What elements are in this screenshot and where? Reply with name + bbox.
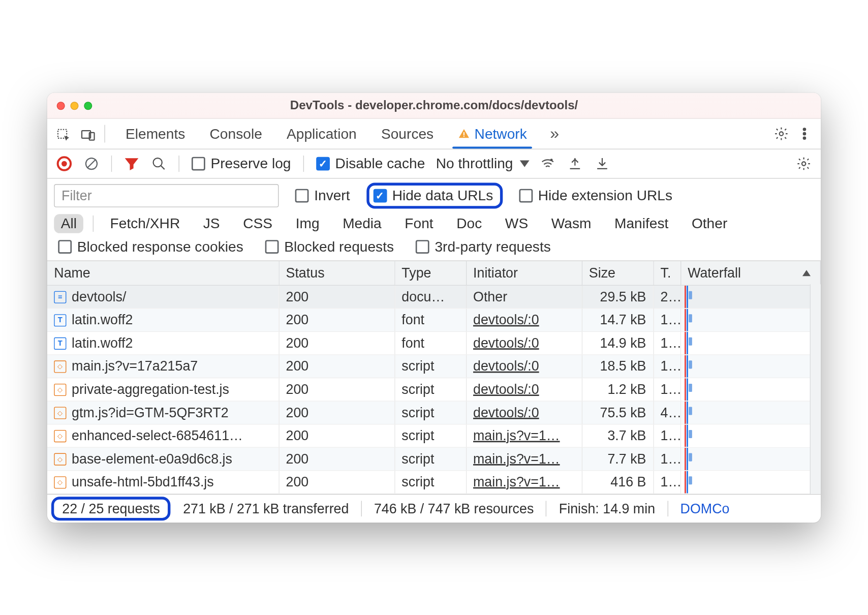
js-file-icon — [54, 406, 66, 418]
waterfall-cell — [680, 308, 820, 331]
tab-console[interactable]: Console — [197, 121, 274, 149]
tab-network[interactable]: Network — [446, 121, 539, 149]
throttling-label: No throttling — [436, 156, 513, 172]
table-row[interactable]: latin.woff2200fontdevtools/:014.9 kB1.. — [47, 331, 821, 355]
column-header-t[interactable]: T. — [653, 261, 680, 285]
waterfall-cell — [680, 354, 820, 378]
import-har-icon[interactable] — [591, 152, 614, 175]
invert-checkbox[interactable]: Invert — [291, 187, 354, 203]
network-conditions-icon[interactable] — [536, 152, 560, 175]
third-party-requests-checkbox[interactable]: 3rd-party requests — [412, 238, 555, 255]
initiator-link[interactable]: devtools/:0 — [473, 312, 539, 327]
type-chip-img[interactable]: Img — [289, 214, 326, 233]
preserve-log-checkbox[interactable]: Preserve log — [188, 156, 295, 172]
scrollbar[interactable] — [810, 284, 821, 494]
svg-point-5 — [780, 132, 783, 135]
extra-filter-row: Blocked response cookies Blocked request… — [47, 238, 821, 261]
table-row[interactable]: enhanced-select-6854611…200scriptmain.js… — [47, 424, 821, 447]
column-header-size[interactable]: Size — [582, 261, 654, 285]
disable-cache-checkbox[interactable]: Disable cache — [312, 156, 429, 172]
filter-toggle-icon[interactable] — [120, 152, 143, 175]
blocked-requests-checkbox[interactable]: Blocked requests — [261, 238, 398, 255]
record-button[interactable] — [53, 152, 76, 175]
requests-count: 22 / 25 requests — [62, 501, 160, 515]
js-file-icon — [54, 452, 66, 465]
js-file-icon — [54, 429, 66, 442]
clear-button[interactable] — [80, 152, 103, 175]
tab-sources[interactable]: Sources — [369, 121, 446, 149]
type-chip-media[interactable]: Media — [336, 214, 388, 233]
network-toolbar: Preserve log Disable cache No throttling — [47, 149, 821, 178]
initiator-link[interactable]: devtools/:0 — [473, 358, 539, 373]
table-row[interactable]: base-element-e0a9d6c8.js200scriptmain.js… — [47, 447, 821, 471]
type-chip-all[interactable]: All — [54, 214, 83, 233]
blocked-response-cookies-checkbox[interactable]: Blocked response cookies — [54, 238, 247, 255]
warning-icon — [458, 128, 470, 140]
domcontentloaded-link[interactable]: DOMCo — [668, 501, 741, 516]
tab-elements[interactable]: Elements — [113, 121, 198, 149]
column-header-type[interactable]: Type — [394, 261, 466, 285]
export-har-icon[interactable] — [564, 152, 587, 175]
hide-extension-urls-label: Hide extension URLs — [538, 187, 672, 203]
throttling-select[interactable]: No throttling — [433, 156, 532, 172]
svg-point-11 — [153, 158, 162, 167]
device-toolbar-icon[interactable] — [77, 124, 99, 146]
waterfall-cell — [680, 424, 820, 447]
initiator-link[interactable]: main.js?v=1… — [473, 451, 560, 466]
waterfall-cell — [680, 447, 820, 471]
svg-rect-3 — [463, 132, 464, 135]
panel-tabs-row: ElementsConsoleApplicationSourcesNetwork… — [47, 118, 821, 149]
type-chip-js[interactable]: JS — [196, 214, 227, 233]
type-chip-css[interactable]: CSS — [236, 214, 280, 233]
column-header-initiator[interactable]: Initiator — [466, 261, 582, 285]
column-header-name[interactable]: Name — [47, 261, 279, 285]
js-file-icon — [54, 360, 66, 372]
window-titlebar: DevTools - developer.chrome.com/docs/dev… — [47, 93, 821, 118]
font-file-icon — [54, 314, 66, 326]
initiator-link[interactable]: devtools/:0 — [473, 381, 539, 396]
more-tabs-button[interactable]: » — [542, 124, 567, 147]
table-row[interactable]: gtm.js?id=GTM-5QF3RT2200scriptdevtools/:… — [47, 401, 821, 424]
table-row[interactable]: devtools/200docu…Other29.5 kB2.. — [47, 285, 821, 309]
type-chip-font[interactable]: Font — [398, 214, 440, 233]
initiator-link[interactable]: devtools/:0 — [473, 335, 539, 350]
inspect-element-icon[interactable] — [53, 124, 75, 146]
hide-extension-urls-checkbox[interactable]: Hide extension URLs — [515, 187, 676, 203]
table-row[interactable]: private-aggregation-test.js200scriptdevt… — [47, 378, 821, 401]
table-row[interactable]: unsafe-html-5bd1ff43.js200scriptmain.js?… — [47, 470, 821, 494]
chevron-down-icon — [520, 160, 530, 167]
hide-data-urls-highlight: Hide data URLs — [366, 182, 503, 208]
js-file-icon — [54, 383, 66, 395]
panel-tabs: ElementsConsoleApplicationSourcesNetwork — [113, 121, 539, 149]
type-chip-ws[interactable]: WS — [498, 214, 535, 233]
filter-input[interactable] — [54, 184, 278, 207]
column-header-status[interactable]: Status — [278, 261, 394, 285]
resources-size: 746 kB / 747 kB resources — [362, 501, 547, 516]
search-icon[interactable] — [147, 152, 171, 175]
requests-count-highlight: 22 / 25 requests — [51, 497, 171, 520]
initiator-link[interactable]: devtools/:0 — [473, 405, 539, 419]
initiator-link[interactable]: main.js?v=1… — [473, 474, 560, 489]
filter-row: Invert Hide data URLs Hide extension URL… — [47, 178, 821, 212]
kebab-menu-icon[interactable] — [794, 122, 816, 144]
status-bar: 22 / 25 requests 271 kB / 271 kB transfe… — [47, 494, 821, 522]
type-chip-manifest[interactable]: Manifest — [608, 214, 675, 233]
type-chip-other[interactable]: Other — [685, 214, 734, 233]
column-header-waterfall[interactable]: Waterfall — [680, 261, 820, 285]
type-chip-doc[interactable]: Doc — [450, 214, 489, 233]
hide-data-urls-checkbox[interactable]: Hide data URLs — [373, 187, 493, 203]
table-row[interactable]: main.js?v=17a215a7200scriptdevtools/:018… — [47, 354, 821, 378]
type-chip-wasm[interactable]: Wasm — [544, 214, 598, 233]
table-row[interactable]: latin.woff2200fontdevtools/:014.7 kB1.. — [47, 308, 821, 331]
initiator-link[interactable]: main.js?v=1… — [473, 428, 560, 443]
hide-data-urls-label: Hide data URLs — [392, 187, 493, 203]
svg-line-12 — [161, 165, 164, 169]
js-file-icon — [54, 476, 66, 488]
type-chip-fetch-xhr[interactable]: Fetch/XHR — [103, 214, 187, 233]
settings-icon[interactable] — [770, 122, 792, 144]
network-settings-icon[interactable] — [792, 152, 816, 175]
tab-application[interactable]: Application — [274, 121, 369, 149]
window-title: DevTools - developer.chrome.com/docs/dev… — [47, 98, 821, 112]
doc-file-icon — [54, 291, 66, 303]
waterfall-cell — [680, 378, 820, 401]
